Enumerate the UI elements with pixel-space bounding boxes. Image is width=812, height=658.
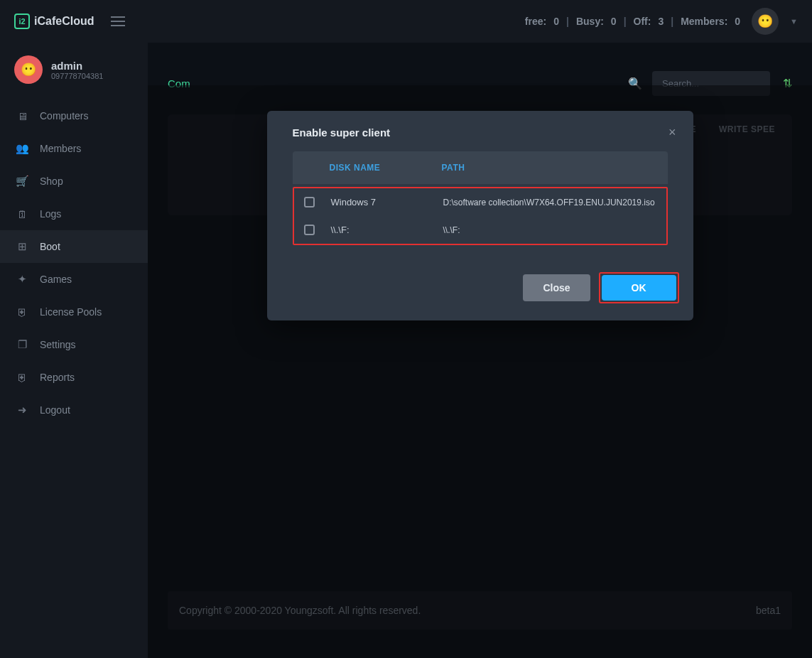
monitor-icon: 🖥 xyxy=(16,109,28,122)
sidebar-user[interactable]: 😶 admin 097778704381 xyxy=(0,55,148,99)
sidebar: 😶 admin 097778704381 🖥Computers 👥Members… xyxy=(0,43,148,658)
layers-icon: ❐ xyxy=(16,338,28,351)
chevron-down-icon[interactable]: ▼ xyxy=(790,17,798,26)
nav-logs[interactable]: 🗓Logs xyxy=(0,198,148,230)
ok-button-highlight: OK xyxy=(599,272,679,303)
calendar-icon: 🗓 xyxy=(16,207,28,220)
disk-path: \\.\F: xyxy=(443,225,656,235)
sidebar-user-name: admin xyxy=(51,60,103,72)
close-button[interactable]: Close xyxy=(523,274,590,301)
sidebar-avatar-icon: 😶 xyxy=(14,55,43,84)
disk-name: \\.\F: xyxy=(331,225,443,235)
brand-text: iCafeCloud xyxy=(34,15,94,28)
modal-title: Enable super client xyxy=(293,126,391,139)
disk-path: D:\software collection\W7X64.OFF19.ENU.J… xyxy=(443,198,656,207)
nav-reports[interactable]: ⛨Reports xyxy=(0,361,148,394)
windows-icon: ⊞ xyxy=(16,240,28,253)
people-icon: 👥 xyxy=(16,142,28,155)
nav-boot[interactable]: ⊞Boot xyxy=(0,230,148,263)
nav-logout[interactable]: ➜Logout xyxy=(0,394,148,426)
nav-license[interactable]: ⛨License Pools xyxy=(0,296,148,328)
logo-icon: i2 xyxy=(14,14,30,29)
nav-settings[interactable]: ❐Settings xyxy=(0,328,148,361)
modal-backdrop: Enable super client × DISK NAME PATH Win… xyxy=(148,85,812,658)
sidebar-user-id: 097778704381 xyxy=(51,72,103,80)
shield-icon: ⛨ xyxy=(16,306,28,318)
modal-table-header: DISK NAME PATH xyxy=(293,151,668,184)
nav-members[interactable]: 👥Members xyxy=(0,132,148,165)
disk-name: Windows 7 xyxy=(331,197,443,207)
modal-close-icon[interactable]: × xyxy=(668,125,676,140)
menu-toggle-icon[interactable] xyxy=(111,16,125,26)
modal-enable-super-client: Enable super client × DISK NAME PATH Win… xyxy=(267,111,693,320)
ok-button[interactable]: OK xyxy=(602,275,676,301)
modal-row[interactable]: \\.\F: \\.\F: xyxy=(294,216,666,244)
user-avatar[interactable]: 😶 xyxy=(752,8,779,35)
modal-row[interactable]: Windows 7 D:\software collection\W7X64.O… xyxy=(294,188,666,216)
badge-icon: ⛨ xyxy=(16,371,28,384)
modal-rows-highlight: Windows 7 D:\software collection\W7X64.O… xyxy=(293,187,668,245)
gamepad-icon: ✦ xyxy=(16,273,28,286)
stats-bar: free:0 | Busy:0 | Off:3 | Members:0 xyxy=(525,16,740,27)
top-bar: i2 iCafeCloud free:0 | Busy:0 | Off:3 | … xyxy=(0,0,812,43)
cart-icon: 🛒 xyxy=(16,175,28,188)
nav-computers[interactable]: 🖥Computers xyxy=(0,99,148,132)
brand-logo[interactable]: i2 iCafeCloud xyxy=(14,14,94,29)
nav-shop[interactable]: 🛒Shop xyxy=(0,165,148,198)
checkbox[interactable] xyxy=(304,197,315,207)
checkbox[interactable] xyxy=(304,225,315,235)
nav-games[interactable]: ✦Games xyxy=(0,263,148,296)
logout-icon: ➜ xyxy=(16,404,28,416)
